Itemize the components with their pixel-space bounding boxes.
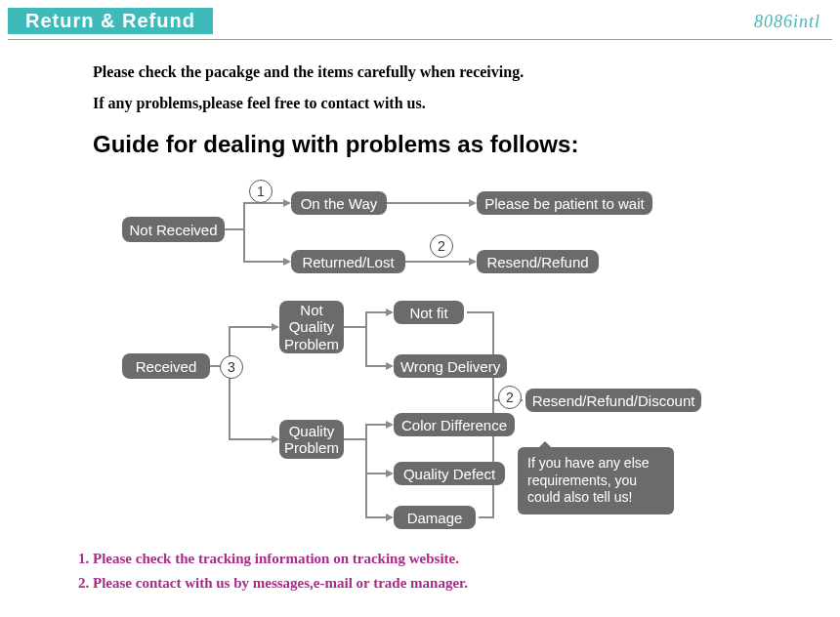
svg-marker-4 xyxy=(272,323,279,331)
node-resend-refund: Resend/Refund xyxy=(477,250,599,273)
node-received: Received xyxy=(122,353,210,379)
svg-marker-1 xyxy=(283,258,291,266)
node-patient: Please be patient to wait xyxy=(477,191,652,215)
svg-marker-2 xyxy=(469,199,477,207)
intro-line-2: If any problems,please feel free to cont… xyxy=(93,91,840,116)
divider xyxy=(8,39,832,40)
footer-notes: 1. Please check the tracking information… xyxy=(78,543,468,599)
header: Return & Refund 8086intl xyxy=(8,8,832,35)
node-wrong-delivery: Wrong Delivery xyxy=(394,354,507,378)
svg-marker-10 xyxy=(386,514,394,521)
node-returned-lost: Returned/Lost xyxy=(291,250,405,273)
flowchart: Not Received 1 On the Way Returned/Lost … xyxy=(117,176,820,547)
svg-marker-3 xyxy=(469,258,477,266)
node-not-quality-problem: NotQualityProblem xyxy=(279,301,344,353)
svg-marker-9 xyxy=(386,470,394,477)
guide-title: Guide for dealing with problems as follo… xyxy=(93,131,840,158)
node-resend-refund-discount: Resend/Refund/Discount xyxy=(525,389,701,412)
node-not-received: Not Received xyxy=(122,217,225,242)
node-not-fit: Not fit xyxy=(394,301,464,324)
node-quality-problem: QualityProblem xyxy=(279,420,344,459)
marker-2: 2 xyxy=(430,234,453,258)
speech-bubble: If you have any else requirements, you c… xyxy=(518,447,674,514)
page: Return & Refund 8086intl Please check th… xyxy=(0,0,840,617)
svg-marker-6 xyxy=(386,308,394,316)
svg-marker-5 xyxy=(272,435,279,443)
svg-marker-0 xyxy=(283,199,291,207)
node-quality-defect: Quality Defect xyxy=(394,462,505,485)
svg-marker-7 xyxy=(386,362,394,370)
section-title: Return & Refund xyxy=(8,8,213,34)
node-damage: Damage xyxy=(394,506,476,529)
marker-3: 3 xyxy=(220,355,243,379)
intro-text: Please check the pacakge and the items c… xyxy=(93,60,840,115)
node-color-difference: Color Difference xyxy=(394,413,515,436)
brand-label: 8086intl xyxy=(754,12,820,32)
footer-line-1: 1. Please check the tracking information… xyxy=(78,551,468,567)
marker-2b: 2 xyxy=(498,386,522,409)
footer-line-2: 2. Please contact with us by messages,e-… xyxy=(78,575,468,592)
node-on-the-way: On the Way xyxy=(291,191,387,215)
intro-line-1: Please check the pacakge and the items c… xyxy=(93,60,840,85)
marker-1: 1 xyxy=(249,180,273,203)
svg-marker-8 xyxy=(386,421,394,429)
